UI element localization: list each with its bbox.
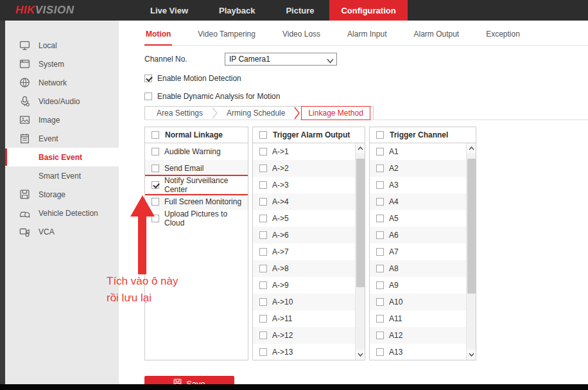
scroll-up-button[interactable]	[467, 143, 476, 154]
checkbox[interactable]	[376, 265, 384, 272]
checkbox[interactable]	[376, 148, 384, 155]
trigger-channel-row[interactable]: A6	[370, 227, 466, 244]
checkbox[interactable]	[259, 198, 267, 206]
scroll-down-button[interactable]	[467, 350, 476, 360]
sidebar-item[interactable]: Vehicle Detection	[5, 204, 119, 222]
sidebar-item[interactable]: Video/Audio	[5, 92, 119, 111]
event-tab[interactable]: Video Tampering	[196, 30, 257, 45]
alarm-output-row[interactable]: A->6	[253, 227, 355, 244]
sidebar-item[interactable]: Event	[5, 129, 119, 148]
sidebar-item[interactable]: System	[5, 55, 119, 73]
trigger-channel-row[interactable]: A1	[370, 143, 466, 160]
checkbox[interactable]	[376, 231, 384, 239]
chevron-right-icon	[212, 107, 218, 119]
checkbox[interactable]	[376, 281, 384, 289]
trigger-channel-row[interactable]: A13	[370, 344, 466, 360]
subtab-arming-schedule[interactable]: Arming Schedule	[218, 109, 294, 118]
checkbox[interactable]	[259, 231, 267, 239]
checkbox[interactable]	[376, 248, 384, 256]
trigger-channel-row[interactable]: A10	[370, 294, 466, 310]
checkbox[interactable]	[259, 348, 267, 356]
checkbox[interactable]	[376, 298, 384, 306]
checkbox[interactable]	[376, 198, 384, 206]
checkbox[interactable]	[376, 332, 384, 339]
alarm-output-row[interactable]: A->11	[253, 310, 355, 327]
checkbox[interactable]	[144, 93, 152, 100]
checkbox[interactable]	[376, 348, 384, 356]
alarm-output-row[interactable]: A->3	[253, 177, 355, 193]
checkbox[interactable]	[151, 164, 159, 172]
chevron-right-icon	[294, 107, 300, 120]
trigger-channel-row[interactable]: A4	[370, 193, 466, 210]
top-nav-tab[interactable]: Configuration	[329, 0, 407, 21]
checkbox[interactable]	[376, 315, 384, 323]
trigger-channel-row[interactable]: A2	[370, 160, 466, 177]
linkage-option-row[interactable]: Audible Warning	[145, 143, 248, 160]
subtab-linkage-method[interactable]: Linkage Method	[301, 106, 370, 120]
alarm-output-row[interactable]: A->5	[253, 210, 355, 227]
sidebar-item[interactable]: Storage	[5, 185, 119, 204]
checkbox[interactable]	[376, 215, 384, 222]
sidebar-item[interactable]: Network	[5, 73, 119, 92]
checkbox[interactable]	[259, 281, 267, 289]
alarm-output-row[interactable]: A->2	[253, 160, 355, 177]
channel-select[interactable]: IP Camera1	[225, 53, 337, 66]
checkbox[interactable]	[376, 164, 384, 172]
checkbox[interactable]	[144, 75, 152, 82]
event-tab[interactable]: Video Loss	[281, 30, 322, 45]
checkbox[interactable]	[376, 181, 384, 189]
trigger-channel-row[interactable]: A7	[370, 244, 466, 260]
alarm-output-row[interactable]: A->1	[253, 143, 355, 160]
scrollbar-thumb[interactable]	[467, 159, 476, 294]
scrollbar-thumb[interactable]	[356, 159, 365, 287]
checkbox[interactable]	[259, 265, 267, 272]
alarm-output-row[interactable]: A->10	[253, 294, 355, 310]
select-all-checkbox[interactable]	[259, 131, 267, 139]
checkbox[interactable]	[259, 315, 267, 323]
sidebar-item[interactable]: Local	[5, 36, 119, 55]
linkage-option-row[interactable]: Full Screen Monitoring	[145, 193, 248, 210]
event-tab[interactable]: Alarm Output	[412, 30, 460, 45]
alarm-output-row[interactable]: A->13	[253, 344, 355, 360]
checkbox[interactable]	[259, 332, 267, 339]
checkbox[interactable]	[259, 215, 267, 222]
alarm-output-row[interactable]: A->9	[253, 277, 355, 294]
checkbox[interactable]	[259, 148, 267, 155]
event-tab[interactable]: Alarm Input	[346, 30, 388, 45]
top-nav-tab[interactable]: Playback	[203, 0, 270, 21]
linkage-option-row[interactable]: Upload Pictures to Cloud	[145, 210, 248, 227]
trigger-channel-row[interactable]: A11	[370, 310, 466, 327]
checkbox[interactable]	[259, 248, 267, 256]
event-tab[interactable]: Exception	[485, 30, 521, 45]
checkbox[interactable]	[151, 181, 159, 189]
sidebar-item[interactable]: Smart Event	[5, 166, 119, 185]
trigger-channel-row[interactable]: A12	[370, 327, 466, 344]
alarm-output-row[interactable]: A->4	[253, 193, 355, 210]
checkbox[interactable]	[259, 164, 267, 172]
linkage-option-row[interactable]: Send Email	[145, 160, 248, 177]
top-nav-tab[interactable]: Picture	[270, 0, 329, 21]
sidebar-item[interactable]: Basic Event	[5, 148, 119, 166]
alarm-output-row[interactable]: A->7	[253, 244, 355, 260]
trigger-channel-row[interactable]: A5	[370, 210, 466, 227]
sidebar-item[interactable]: VCA	[5, 222, 119, 241]
event-tab[interactable]: Motion	[144, 30, 172, 45]
select-all-checkbox[interactable]	[151, 131, 159, 139]
checkbox[interactable]	[259, 181, 267, 189]
alarm-output-row[interactable]: A->12	[253, 327, 355, 344]
top-nav-tab[interactable]: Live View	[135, 0, 203, 21]
subtab-area-settings[interactable]: Area Settings	[148, 109, 212, 118]
checkbox[interactable]	[151, 148, 159, 155]
toggle-row[interactable]: Enable Motion Detection	[144, 73, 588, 84]
linkage-option-row[interactable]: Notify Surveillance Center	[145, 177, 248, 193]
alarm-output-row[interactable]: A->8	[253, 260, 355, 277]
checkbox[interactable]	[259, 298, 267, 306]
scroll-up-button[interactable]	[356, 143, 365, 154]
toggle-row[interactable]: Enable Dynamic Analysis for Motion	[144, 91, 588, 102]
select-all-checkbox[interactable]	[376, 131, 384, 139]
trigger-channel-row[interactable]: A3	[370, 177, 466, 193]
sidebar-item[interactable]: Image	[5, 111, 119, 129]
scroll-down-button[interactable]	[356, 350, 365, 360]
trigger-channel-row[interactable]: A9	[370, 277, 466, 294]
trigger-channel-row[interactable]: A8	[370, 260, 466, 277]
